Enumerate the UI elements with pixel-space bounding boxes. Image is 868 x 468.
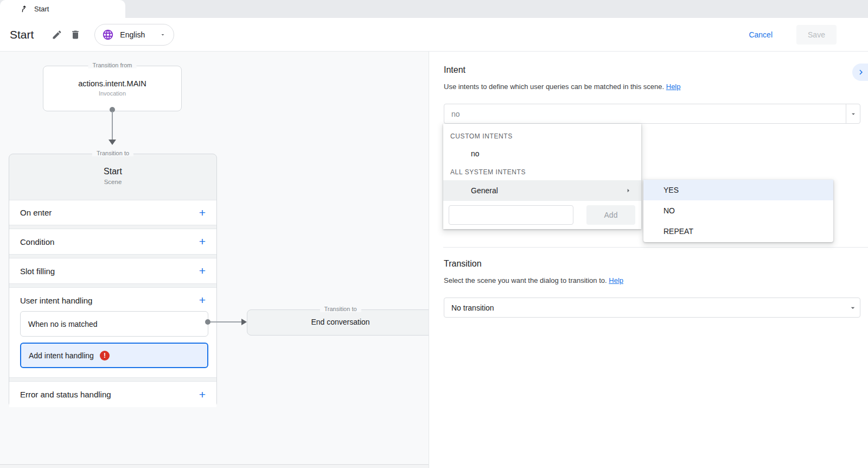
edit-button[interactable] — [48, 26, 66, 44]
chevron-right-icon — [856, 67, 866, 77]
submenu-arrow-icon — [624, 186, 633, 195]
end-conversation-label: End conversation — [247, 318, 429, 326]
arrow-right-head — [241, 319, 247, 325]
section-error-handling: Error and status handling + — [9, 381, 216, 407]
section-on-enter: On enter + — [9, 200, 216, 225]
add-intent-confirm-button[interactable]: Add — [586, 205, 635, 225]
section-label: Condition — [20, 237, 54, 246]
system-intents-header: ALL SYSTEM INTENTS — [450, 168, 526, 176]
app-root: Start Start English Cancel Save — [0, 0, 868, 468]
transition-heading: Transition — [444, 259, 482, 269]
section-label: Error and status handling — [20, 390, 111, 399]
connector-line-horizontal — [210, 321, 242, 322]
arrow-down-head — [108, 140, 116, 145]
transition-description: Select the scene you want the dialog to … — [444, 276, 623, 284]
add-slot-button[interactable]: + — [199, 265, 206, 276]
add-condition-button[interactable]: + — [199, 236, 206, 247]
user-intent-header: User intent handling + — [9, 288, 216, 306]
custom-intents-header: CUSTOM INTENTS — [450, 132, 513, 140]
from-intent-type: Invocation — [43, 90, 181, 97]
tab-label: Start — [34, 5, 49, 13]
collapse-panel-button[interactable] — [852, 64, 868, 81]
horizontal-scrollbar-track[interactable] — [0, 464, 429, 468]
language-selector[interactable]: English — [94, 24, 174, 46]
intent-help-link[interactable]: Help — [666, 83, 681, 91]
section-condition: Condition + — [9, 229, 216, 255]
page-title: Start — [10, 28, 34, 41]
submenu-item-no[interactable]: NO — [643, 200, 833, 221]
scene-canvas: Transition from actions.intent.MAIN Invo… — [0, 52, 429, 468]
detail-panel: Intent Use intents to define which user … — [429, 52, 868, 468]
section-user-intent-handling: User intent handling + When no is matche… — [9, 287, 216, 378]
transition-help-link[interactable]: Help — [609, 276, 623, 284]
intent-select-value: no — [444, 110, 460, 118]
connector-line-vertical — [112, 111, 113, 140]
chevron-down-icon — [159, 31, 166, 38]
transition-select-caret[interactable] — [848, 303, 857, 312]
globe-icon — [102, 29, 114, 41]
trash-icon — [70, 29, 81, 40]
transition-select-value: No transition — [444, 303, 494, 312]
connector-dot — [205, 319, 210, 325]
transition-from-node[interactable]: Transition from actions.intent.MAIN Invo… — [43, 66, 182, 111]
section-label: On enter — [20, 208, 52, 217]
add-intent-handling-card[interactable]: Add intent handling ! — [20, 343, 208, 368]
intent-dropdown-menu: CUSTOM INTENTS no ALL SYSTEM INTENTS Gen… — [443, 124, 641, 229]
pencil-icon — [52, 29, 62, 40]
transition-select[interactable]: No transition — [444, 298, 860, 318]
section-label: Slot filling — [20, 267, 55, 276]
new-intent-input[interactable] — [449, 205, 573, 225]
delete-button[interactable] — [66, 26, 85, 44]
intent-description: Use intents to define which user queries… — [444, 83, 681, 91]
add-intent-button[interactable]: + — [199, 295, 206, 306]
intent-select-caret[interactable] — [846, 104, 860, 123]
toolbar: Start English Cancel Save — [0, 18, 868, 52]
tab-bar: Start — [0, 0, 868, 18]
scene-icon — [20, 5, 28, 13]
language-label: English — [120, 30, 145, 39]
transition-from-legend: Transition from — [88, 62, 137, 68]
intent-heading: Intent — [444, 65, 465, 75]
end-conversation-node[interactable]: Transition to End conversation — [247, 309, 429, 336]
transition-to-legend: Transition to — [320, 306, 361, 312]
tab-start[interactable]: Start — [0, 0, 125, 18]
section-label: User intent handling — [20, 296, 92, 305]
scene-node: Transition to Start Scene On enter + Con… — [9, 154, 217, 407]
scene-type: Scene — [9, 179, 216, 185]
cancel-button[interactable]: Cancel — [749, 30, 773, 39]
general-label: General — [471, 186, 498, 195]
intent-handler-card[interactable]: When no is matched — [20, 311, 208, 337]
scene-header[interactable]: Start Scene — [9, 154, 216, 199]
chevron-down-icon — [848, 303, 857, 312]
intent-select[interactable]: no — [444, 104, 860, 124]
section-slot-filling: Slot filling + — [9, 258, 216, 284]
submenu-item-yes[interactable]: YES — [643, 180, 833, 200]
error-icon: ! — [100, 351, 110, 361]
add-intent-handling-label: Add intent handling — [29, 351, 94, 360]
submenu-item-repeat[interactable]: REPEAT — [643, 221, 833, 242]
add-on-enter-button[interactable]: + — [199, 207, 206, 218]
general-intents-submenu: YES NO REPEAT — [643, 180, 833, 242]
dropdown-item-general[interactable]: General — [443, 180, 641, 201]
section-divider — [443, 247, 868, 248]
save-button[interactable]: Save — [796, 25, 837, 45]
add-error-handler-button[interactable]: + — [199, 389, 206, 400]
scene-title: Start — [9, 167, 216, 176]
dropdown-item-no[interactable]: no — [443, 144, 641, 163]
from-intent-name: actions.intent.MAIN — [43, 79, 181, 88]
chevron-down-icon — [850, 110, 857, 118]
